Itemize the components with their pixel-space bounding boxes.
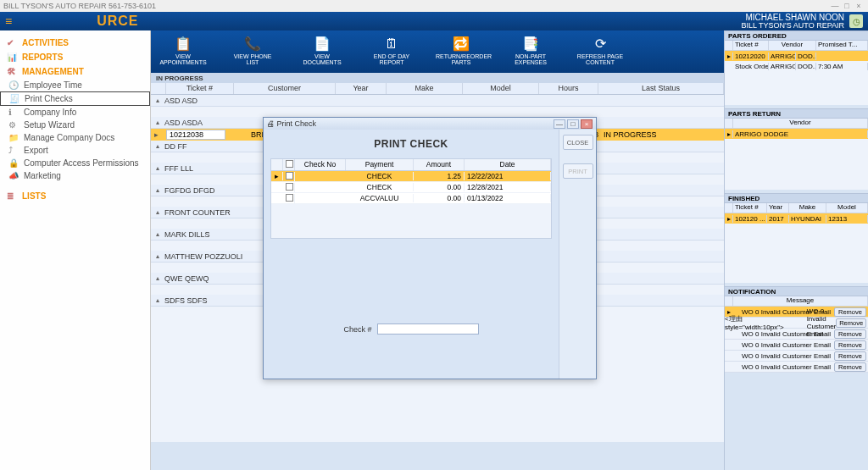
col-amount[interactable]: Amount: [414, 159, 465, 170]
refresh-icon: ⟳: [575, 37, 626, 52]
remove-button[interactable]: Remove: [836, 318, 866, 328]
grid-banner: IN PROGRESS: [151, 73, 724, 83]
col-model[interactable]: Model: [463, 83, 539, 94]
nav-item-marketing[interactable]: 📣Marketing: [0, 169, 150, 182]
document-icon: 📄: [297, 37, 348, 52]
window-close[interactable]: ×: [853, 2, 865, 10]
col-date[interactable]: Date: [465, 159, 551, 170]
notification-row[interactable]: <理由 style="width:10px">WO 0 Invalid Cust…: [725, 318, 868, 329]
tb-view-documents[interactable]: 📄VIEW DOCUMENTS: [297, 37, 348, 65]
dialog-maximize[interactable]: □: [567, 119, 579, 129]
remove-button[interactable]: Remove: [834, 362, 866, 372]
tb-refresh[interactable]: ⟳REFRESH PAGE CONTENT: [575, 37, 626, 65]
group-row[interactable]: ▴ASD ASD: [151, 95, 724, 107]
parts-return-row[interactable]: ▸ ARRIGO DODGE: [725, 129, 868, 139]
col-status[interactable]: Last Status: [598, 83, 724, 94]
os-titlebar: BILL TYSON'S AUTO REPAIR 561-753-6101 — …: [0, 0, 868, 12]
chevron-up-icon: ▴: [156, 119, 164, 126]
tb-view-phone-list[interactable]: 📞VIEW PHONE LIST: [227, 37, 278, 65]
col-promised[interactable]: Promised T...: [816, 41, 868, 50]
notification-row[interactable]: WO 0 Invalid Customer EmailRemove: [725, 340, 868, 351]
window-minimize[interactable]: —: [829, 2, 841, 10]
dialog-heading: PRINT CHECK: [270, 138, 552, 150]
info-icon: ℹ: [8, 108, 24, 117]
chevron-up-icon: ▴: [156, 252, 164, 260]
app-logo: URCE: [97, 14, 138, 29]
parts-ordered-header: PARTS ORDERED: [725, 30, 868, 41]
tb-eod-report[interactable]: 🗓END OF DAY REPORT: [366, 37, 417, 65]
check-row[interactable]: ACCVALUU 0.00 01/13/2022: [271, 193, 551, 204]
col-ticket[interactable]: Ticket #: [733, 41, 769, 50]
remove-button[interactable]: Remove: [834, 307, 866, 317]
row-checkbox[interactable]: [286, 194, 293, 202]
chevron-up-icon: ▴: [156, 142, 164, 150]
hamburger-icon[interactable]: ≡: [5, 14, 12, 28]
col-payment[interactable]: Payment: [346, 159, 414, 170]
notification-row[interactable]: WO 0 Invalid Customer EmailRemove: [725, 351, 868, 362]
nav-section-management[interactable]: 🛠MANAGEMENT: [0, 64, 150, 79]
nav-section-reports[interactable]: 📊REPORTS: [0, 50, 150, 64]
print-check-dialog: 🖨 Print Check — □ × PRINT CHECK: [263, 117, 597, 379]
col-customer[interactable]: Customer: [234, 83, 336, 94]
col-vendor[interactable]: Vendor: [733, 119, 868, 128]
dialog-icon: 🖨: [267, 119, 275, 128]
user-block: MICHAEL SHAWN NOON BILL TYSON'S AUTO REP…: [742, 13, 844, 30]
row-checkbox[interactable]: [286, 172, 293, 180]
nav-item-permissions[interactable]: 🔒Computer Access Permissions: [0, 157, 150, 169]
remove-button[interactable]: Remove: [834, 329, 866, 339]
nav-item-employee-time[interactable]: 🕒Employee Time: [0, 79, 150, 91]
tb-return-parts[interactable]: 🔁RETURN/REORDER PARTS: [436, 37, 487, 65]
col-make[interactable]: Make: [387, 83, 463, 94]
select-all-checkbox[interactable]: [286, 160, 293, 168]
notification-row[interactable]: WO 0 Invalid Customer EmailRemove: [725, 329, 868, 340]
col-checkno[interactable]: Check No: [295, 159, 346, 170]
nav-item-export[interactable]: ⤴Export: [0, 144, 150, 157]
dialog-minimize[interactable]: —: [554, 119, 565, 129]
col-year[interactable]: Year: [767, 203, 789, 213]
chevron-up-icon: ▴: [156, 186, 164, 194]
remove-button[interactable]: Remove: [834, 340, 866, 350]
parts-ordered-row[interactable]: Stock Order ARRIGO DOD... 7:30 AM: [725, 61, 868, 71]
reports-icon: 📊: [7, 53, 22, 62]
col-make[interactable]: Make: [789, 203, 826, 213]
check-number-input[interactable]: [377, 323, 479, 335]
chevron-up-icon: ▴: [156, 164, 164, 172]
parts-ordered-row[interactable]: ▸ 10212020 ARRIGO DOD...: [725, 51, 868, 61]
col-hours[interactable]: Hours: [539, 83, 598, 94]
chevron-up-icon: ▴: [156, 208, 164, 216]
tb-nonpart-exp[interactable]: 📑NON-PART EXPENSES: [505, 37, 556, 65]
col-model[interactable]: Model: [826, 203, 868, 213]
nav-section-lists[interactable]: ≣LISTS: [0, 189, 150, 203]
row-indicator-icon: ▸: [725, 53, 733, 60]
col-vendor[interactable]: Vendor: [769, 41, 816, 50]
nav-item-print-checks[interactable]: 🧾Print Checks: [0, 91, 150, 106]
nav-item-setup-wizard[interactable]: ⚙Setup Wizard: [0, 119, 150, 131]
col-ticket[interactable]: Ticket #: [166, 83, 234, 94]
ticket-number: 10212038: [166, 130, 225, 140]
remove-button[interactable]: Remove: [834, 351, 866, 361]
col-ticket[interactable]: Ticket #: [733, 203, 767, 213]
col-year[interactable]: Year: [336, 83, 387, 94]
nav-section-activities[interactable]: ✔ACTIVITIES: [0, 36, 150, 50]
nav-item-manage-docs[interactable]: 📁Manage Company Docs: [0, 131, 150, 144]
check-row[interactable]: ▸ CHECK 1.25 12/22/2021: [271, 171, 551, 182]
dialog-titlebar[interactable]: 🖨 Print Check — □ ×: [264, 118, 596, 130]
row-indicator-icon: ▸: [725, 130, 733, 138]
dialog-title: Print Check: [277, 119, 317, 128]
notification-row[interactable]: WO 0 Invalid Customer EmailRemove: [725, 362, 868, 373]
nav-item-company-info[interactable]: ℹCompany Info: [0, 106, 150, 119]
notification-header: NOTIFICATION: [725, 286, 868, 296]
clock-icon[interactable]: ◷: [849, 14, 863, 28]
row-checkbox[interactable]: [286, 183, 293, 191]
tb-view-appointments[interactable]: 📋VIEW APPOINTMENTS: [158, 37, 209, 65]
window-maximize[interactable]: □: [841, 2, 853, 10]
finished-row[interactable]: ▸ 102120 ... 2017 HYUNDAI 12313: [725, 213, 868, 224]
print-button[interactable]: PRINT: [563, 163, 593, 179]
check-icon: 🧾: [9, 94, 25, 103]
col-message[interactable]: Message: [733, 296, 868, 306]
activities-icon: ✔: [7, 38, 22, 47]
dialog-close[interactable]: ×: [581, 119, 593, 129]
chevron-up-icon: ▴: [156, 296, 164, 304]
check-row[interactable]: CHECK 0.00 12/28/2021: [271, 182, 551, 193]
close-button[interactable]: CLOSE: [563, 135, 593, 150]
